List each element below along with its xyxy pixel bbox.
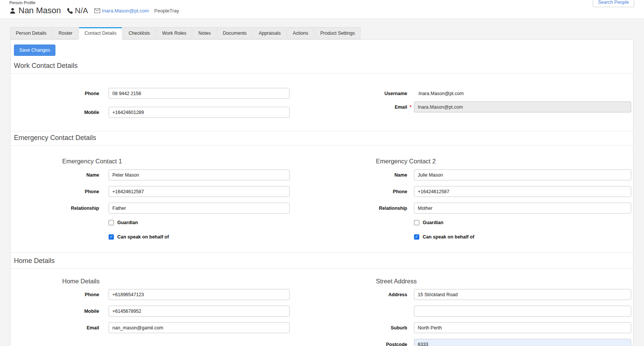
work-contact-details-heading: Work Contact Details (14, 62, 633, 70)
breadcrumb: Person Profile (0, 0, 644, 5)
emergency-contact-2: Emergency Contact 2 Name Phone Relations… (322, 152, 633, 240)
emergency-contacts-panel: Emergency Contact 1 Name Phone Relations… (11, 145, 633, 253)
ec2-can-speak-checkbox[interactable] (414, 234, 419, 240)
tab-notes[interactable]: Notes (193, 27, 216, 39)
work-mobile-input[interactable] (109, 107, 290, 118)
person-summary-row: Nan Mason N/A Inara.Mason@pt.com PeopleT… (0, 6, 644, 15)
username-value: Inara.Mason@pt.com (419, 91, 464, 96)
person-phone: N/A (75, 6, 88, 15)
ec1-phone-row: Phone (11, 186, 322, 197)
tab-contact-details[interactable]: Contact Details (79, 27, 122, 40)
ec1-speak-row: Can speak on behalf of (109, 234, 322, 240)
ec2-relationship-label: Relationship (322, 206, 407, 211)
ec2-guardian-label: Guardian (423, 220, 443, 225)
username-label: Username (322, 91, 407, 96)
home-mobile-input[interactable] (109, 306, 290, 317)
ec1-name-row: Name (11, 169, 322, 180)
home-details-subheading: Home Details (62, 278, 322, 285)
ec1-name-label: Name (11, 172, 99, 178)
phone-icon (66, 8, 73, 14)
emergency-contact-1: Emergency Contact 1 Name Phone Relations… (11, 152, 322, 240)
home-email-input[interactable] (109, 322, 290, 333)
tab-work-roles[interactable]: Work Roles (156, 27, 192, 39)
work-email-label: Email (322, 105, 407, 110)
suburb-label: Suburb (322, 325, 407, 331)
ec2-relationship-input[interactable] (414, 203, 631, 214)
main-content: Person Details Roster Contact Details Ch… (10, 27, 633, 346)
person-icon (9, 8, 16, 14)
address-label: Address (322, 292, 407, 297)
street-address-subheading: Street Address (376, 278, 633, 285)
home-details-column: Home Details Phone Mobile Email (11, 273, 322, 346)
work-email-input (414, 101, 631, 112)
home-details-heading: Home Details (14, 257, 633, 265)
work-mobile-label: Mobile (11, 110, 99, 115)
page-header: Person Profile Nan Mason N/A Inara.Mason… (0, 0, 644, 19)
person-name: Nan Mason (18, 6, 61, 15)
postcode-row: Postcode (322, 339, 633, 346)
home-phone-input[interactable] (109, 289, 290, 300)
search-people-button[interactable]: Search People (593, 0, 634, 7)
mail-icon (94, 8, 100, 13)
work-email-row: Email * (322, 101, 633, 112)
ec2-phone-label: Phone (322, 189, 407, 194)
save-changes-button[interactable]: Save Changes (14, 45, 55, 56)
ec1-phone-input[interactable] (109, 186, 290, 197)
person-email-link[interactable]: Inara.Mason@pt.com (102, 8, 149, 14)
work-phone-row: Phone (11, 88, 322, 99)
tab-roster[interactable]: Roster (53, 27, 78, 39)
emergency-contact-1-heading: Emergency Contact 1 (62, 158, 322, 165)
app-name: PeopleTray (154, 8, 179, 14)
ec2-relationship-row: Relationship (322, 203, 633, 214)
home-phone-label: Phone (11, 292, 99, 297)
address-line1-row: Address (322, 289, 633, 300)
ec2-name-input[interactable] (414, 169, 631, 180)
ec1-relationship-input[interactable] (109, 203, 290, 214)
tab-product-settings[interactable]: Product Settings (315, 27, 361, 39)
ec1-guardian-checkbox[interactable] (109, 220, 114, 225)
home-mobile-label: Mobile (11, 309, 99, 314)
work-phone-input[interactable] (109, 88, 290, 99)
suburb-row: Suburb (322, 322, 633, 333)
ec2-name-row: Name (322, 169, 633, 180)
work-mobile-row: Mobile (11, 107, 322, 118)
address-line2-input[interactable] (414, 306, 631, 317)
home-details-panel: Home Details Phone Mobile Email Street A… (11, 268, 633, 346)
address-line1-input[interactable] (414, 289, 631, 300)
postcode-input[interactable] (414, 339, 631, 346)
suburb-input[interactable] (414, 322, 631, 333)
ec1-name-input[interactable] (109, 169, 290, 180)
tab-documents[interactable]: Documents (217, 27, 252, 39)
address-line2-row (322, 306, 633, 317)
ec2-phone-input[interactable] (414, 186, 631, 197)
ec1-can-speak-checkbox[interactable] (109, 234, 114, 240)
contact-details-panel: Save Changes Work Contact Details Phone … (10, 39, 633, 346)
ec1-relationship-row: Relationship (11, 203, 322, 214)
ec2-name-label: Name (322, 172, 407, 178)
required-asterisk: * (407, 104, 414, 110)
tab-checklists[interactable]: Checklists (123, 27, 156, 39)
ec2-guardian-checkbox[interactable] (414, 220, 419, 225)
home-email-row: Email (11, 322, 322, 333)
ec2-guardian-row: Guardian (414, 220, 633, 225)
home-mobile-row: Mobile (11, 306, 322, 317)
tab-actions[interactable]: Actions (287, 27, 314, 39)
ec2-speak-row: Can speak on behalf of (414, 234, 633, 240)
tab-person-details[interactable]: Person Details (10, 27, 52, 39)
ec1-phone-label: Phone (11, 189, 99, 194)
ec1-relationship-label: Relationship (11, 206, 99, 211)
work-phone-label: Phone (11, 91, 99, 96)
username-row: Username Inara.Mason@pt.com (322, 90, 633, 97)
emergency-contact-details-heading: Emergency Contact Details (14, 134, 633, 142)
ec2-phone-row: Phone (322, 186, 633, 197)
ec1-guardian-label: Guardian (117, 220, 138, 225)
home-email-label: Email (11, 325, 99, 331)
ec2-can-speak-label: Can speak on behalf of (423, 234, 474, 240)
ec1-can-speak-label: Can speak on behalf of (117, 234, 169, 240)
tab-bar: Person Details Roster Contact Details Ch… (10, 27, 633, 39)
street-address-column: Street Address Address Suburb (322, 273, 633, 346)
emergency-contact-2-heading: Emergency Contact 2 (376, 158, 633, 165)
postcode-label: Postcode (322, 342, 407, 346)
work-contact-panel: Phone Mobile Username Inara.Mason@pt.com… (11, 73, 633, 131)
tab-appraisals[interactable]: Appraisals (253, 27, 286, 39)
